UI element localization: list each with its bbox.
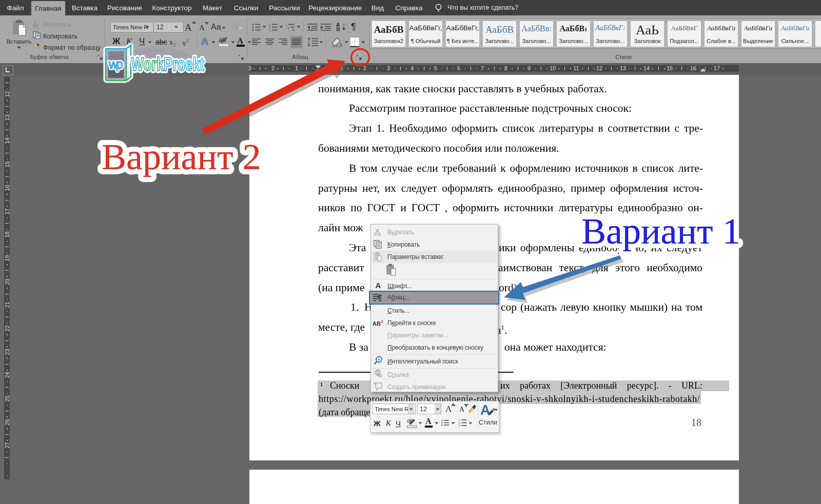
svg-text:i: i	[289, 29, 289, 31]
svg-text:Вариант 2: Вариант 2	[102, 136, 261, 177]
svg-text:3: 3	[459, 424, 460, 427]
svg-text:Вариант 2: Вариант 2	[102, 136, 261, 177]
svg-text:3: 3	[269, 29, 271, 31]
